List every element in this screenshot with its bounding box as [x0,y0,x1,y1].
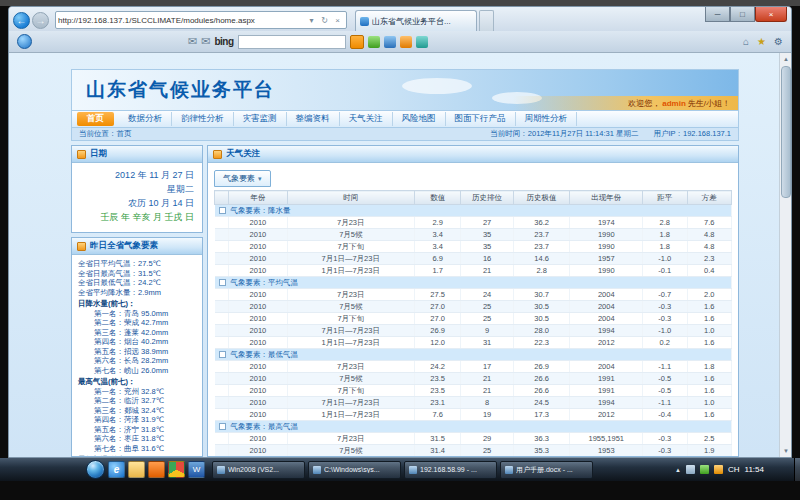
home-icon[interactable] [743,36,749,47]
toolbar-logo-icon[interactable] [17,34,32,49]
column-header-4: 历史极值 [513,191,570,205]
calendar-icon [77,150,86,159]
section-row-2[interactable]: 气象要素：最低气温 [215,349,732,361]
taskbar-window-2[interactable]: 192.168.58.99 - ... [404,461,497,479]
tab-climate-platform[interactable]: 山东省气候业务平台... [355,10,477,31]
cell-距平: -0.5 [643,373,687,385]
cell-年份: 2010 [229,361,288,373]
nav-item-7[interactable]: 图面下行产品 [446,112,516,126]
tab-strip: 山东省气候业务平台... [355,10,494,31]
refresh-icon[interactable] [318,16,331,25]
collapse-checkbox-icon[interactable] [219,351,226,358]
nav-item-6[interactable]: 风险地图 [393,112,446,126]
tools-gear-icon[interactable] [774,36,783,47]
table-row: 20101月1日—7月23日1.7212.81990-0.10.4 [215,265,732,277]
taskbar-window-1[interactable]: C:\Windows\sys... [308,461,401,479]
maximize-button[interactable] [730,7,755,22]
new-tab-button[interactable] [479,10,494,31]
language-indicator[interactable]: CH [728,465,740,474]
element-filter-button[interactable]: 气象要素 [214,170,271,187]
media-player-taskbar-icon[interactable] [148,461,165,478]
cell-距平: -0.3 [643,433,687,445]
row-spacer-cell [215,361,229,373]
cell-出现年份: 1974 [570,217,643,229]
taskbar-window-3[interactable]: 用户手册.docx - ... [500,461,593,479]
cell-数值: 24.2 [414,361,460,373]
collapse-checkbox-icon[interactable] [219,207,226,214]
cell-出现年份: 1990 [570,229,643,241]
back-button[interactable] [13,12,30,29]
stats-rank-item-1-4: 第五名：济宁 31.8℃ [78,425,196,435]
cell-数值: 3.4 [414,229,460,241]
bing-search-button[interactable] [350,35,364,49]
favorites-star-icon[interactable] [757,36,766,47]
scrollbar-thumb[interactable] [781,66,791,198]
nav-item-2[interactable]: 韵律性分析 [172,112,234,126]
vertical-scrollbar[interactable] [779,53,791,457]
status-bar: 当前位置：首页 当前时间：2012年11月27日 11:14:31 星期二 用户… [71,128,739,141]
cell-历史极值: 26.6 [513,373,570,385]
cell-数值: 27.0 [414,301,460,313]
cell-历史排位: 8 [461,397,514,409]
bing-search-input[interactable] [238,35,346,49]
cell-时间: 7月1日—7月23日 [287,253,414,265]
date-panel-body: 2012 年 11 月 27 日星期二农历 10 月 14 日壬辰 年 辛亥 月… [72,163,202,229]
nav-item-8[interactable]: 周期性分析 [516,112,578,126]
toolbar-addon-icon-2[interactable] [384,36,396,48]
taskbar-clock[interactable]: 11:54 [745,465,764,474]
column-header-1: 时间 [287,191,414,205]
action-center-tray-icon[interactable] [700,465,709,474]
network-tray-icon[interactable] [686,465,695,474]
date-panel-title: 日期 [90,148,107,160]
cell-历史排位: 25 [461,445,514,457]
toolbar-addon-icon-4[interactable] [416,36,428,48]
mail-send-icon[interactable] [201,35,210,48]
close-button[interactable] [755,7,787,22]
nav-item-4[interactable]: 整编资料 [287,112,340,126]
taskbar-window-0[interactable]: Win2008 (VS2... [212,461,305,479]
forward-button[interactable] [32,12,49,29]
chevron-down-icon [258,174,262,183]
start-button[interactable] [86,460,105,479]
nav-item-3[interactable]: 灾害监测 [234,112,287,126]
cell-历史排位: 16 [461,253,514,265]
cell-出现年份: 2004 [570,361,643,373]
address-input[interactable] [58,16,305,25]
toolbar-addon-icon-1[interactable] [368,36,380,48]
chrome-taskbar-icon[interactable] [168,461,185,478]
nav-item-1[interactable]: 数据分析 [119,112,172,126]
section-row-1[interactable]: 气象要素：平均气温 [215,277,732,289]
section-row-3[interactable]: 气象要素：最高气温 [215,421,732,433]
cell-数值: 31.4 [414,445,460,457]
browser-window: 山东省气候业务平台... bing [8,6,792,458]
minimize-button[interactable] [705,7,730,22]
scroll-down-arrow-icon[interactable] [780,445,792,457]
scroll-up-arrow-icon[interactable] [780,53,792,65]
section-row-0[interactable]: 气象要素：降水量 [215,205,732,217]
word-taskbar-icon[interactable] [188,461,205,478]
nav-item-5[interactable]: 天气关注 [340,112,393,126]
cell-年份: 2010 [229,289,288,301]
collapse-checkbox-icon[interactable] [219,279,226,286]
address-dropdown-icon[interactable] [305,16,318,25]
toolbar-addon-icon-3[interactable] [400,36,412,48]
ie-taskbar-icon[interactable] [108,461,125,478]
row-spacer-cell [215,253,229,265]
stats-summary-2: 全省日最低气温：24.2℃ [78,278,196,288]
show-desktop-button[interactable] [794,458,800,481]
tray-expand-arrow-icon[interactable] [675,467,681,473]
main-nav: 首页数据分析韵律性分析灾害监测整编资料天气关注风险地图图面下行产品周期性分析 [71,111,739,128]
explorer-taskbar-icon[interactable] [128,461,145,478]
mail-icon[interactable] [188,35,197,48]
stop-icon[interactable] [331,16,344,25]
cell-出现年份: 1991 [570,373,643,385]
collapse-checkbox-icon[interactable] [219,423,226,430]
welcome-prefix: 欢迎您， [628,98,660,109]
cell-数值: 3.4 [414,241,460,253]
cell-出现年份: 1991 [570,385,643,397]
row-spacer-cell [215,289,229,301]
cell-年份: 2010 [229,217,288,229]
volume-tray-icon[interactable] [714,465,723,474]
nav-item-0[interactable]: 首页 [77,112,114,126]
cell-历史极值: 17.3 [513,409,570,421]
